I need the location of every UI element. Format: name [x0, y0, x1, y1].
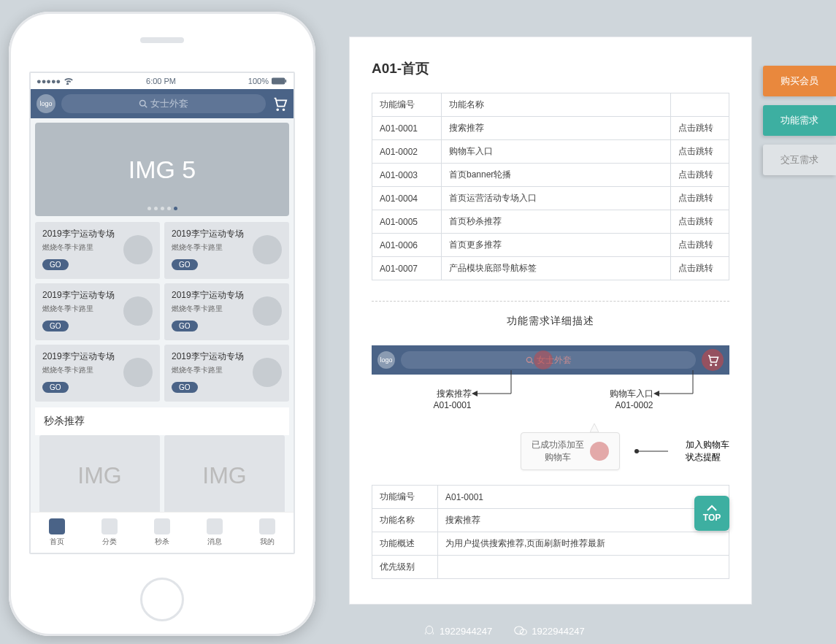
tab-icon [259, 518, 275, 534]
tab-flash[interactable]: 秒杀 [136, 513, 188, 553]
doc-title: A01-首页 [372, 59, 729, 78]
svg-point-4 [526, 357, 532, 362]
svg-line-3 [145, 105, 147, 107]
mini-logo: logo [377, 351, 395, 369]
go-button[interactable]: GO [42, 382, 69, 393]
signal-dots-icon: ●●●●● [37, 77, 61, 85]
go-button[interactable]: GO [172, 321, 198, 331]
wechat-contact[interactable]: 1922944247 [514, 626, 584, 637]
annotation-marker [590, 442, 609, 461]
side-tab-inter[interactable]: 交互需求 [763, 145, 836, 175]
search-icon [526, 356, 534, 364]
popup-tooltip: 已成功添加至 购物车 [521, 432, 620, 470]
phone-mockup: ●●●●● 6:00 PM 100% logo 女士外套 IMG 5 [9, 12, 315, 636]
callout-line [472, 370, 513, 399]
flash-grid: IMG IMG [35, 435, 289, 512]
callout-line [653, 370, 694, 399]
banner[interactable]: IMG 5 [35, 123, 289, 216]
scroll-top-button[interactable]: TOP [694, 496, 729, 531]
flash-card[interactable]: IMG [164, 435, 285, 512]
search-input[interactable]: 女士外套 [61, 94, 266, 113]
tab-home[interactable]: 首页 [31, 513, 83, 553]
svg-rect-0 [272, 77, 285, 84]
spec-table: 功能编号 功能名称 A01-0001搜索推荐点击跳转A01-0002购物车入口点… [372, 93, 729, 280]
doc-panel: A01-首页 功能编号 功能名称 A01-0001搜索推荐点击跳转A01-000… [349, 37, 752, 605]
table-row: 功能编号A01-0001 [372, 486, 729, 509]
battery-icon [272, 77, 288, 85]
search-icon [139, 99, 147, 108]
wechat-icon [514, 626, 527, 636]
promo-card[interactable]: 2019李宁运动专场燃烧冬季卡路里GO [164, 222, 289, 279]
logo-badge[interactable]: logo [37, 94, 55, 113]
banner-label: IMG 5 [129, 156, 196, 184]
qq-contact[interactable]: 1922944247 [423, 625, 492, 637]
search-placeholder: 女士外套 [150, 97, 188, 110]
home-button[interactable] [140, 578, 184, 621]
svg-point-8 [426, 626, 432, 634]
side-tabs: 购买会员 功能需求 交互需求 [763, 66, 836, 175]
tooltip-arrow-icon [590, 423, 599, 432]
status-time: 6:00 PM [146, 77, 176, 85]
table-row: A01-0003首页banner轮播点击跳转 [372, 164, 729, 187]
promo-card[interactable]: 2019李宁运动专场燃烧冬季卡路里GO [35, 222, 160, 279]
phone-screen: ●●●●● 6:00 PM 100% logo 女士外套 IMG 5 [29, 72, 295, 554]
banner-dots[interactable] [147, 207, 177, 210]
tab-icon [101, 518, 118, 534]
cart-icon[interactable] [272, 96, 288, 112]
table-row: 优先级别 [372, 556, 729, 579]
cart-icon [706, 353, 719, 367]
detail-title: 功能需求详细描述 [372, 315, 729, 328]
go-button[interactable]: GO [42, 321, 69, 331]
table-row: A01-0005首页秒杀推荐点击跳转 [372, 210, 729, 234]
svg-line-5 [531, 361, 533, 364]
divider [372, 301, 729, 302]
anno-popup-label: 加入购物车 状态提醒 [686, 439, 729, 464]
promo-card[interactable]: 2019李宁运动专场燃烧冬季卡路里GO [35, 345, 160, 402]
tab-message[interactable]: 消息 [188, 513, 241, 553]
footer-contact: 1922944247 1922944247 [423, 625, 585, 637]
action-link[interactable]: 点击跳转 [671, 210, 729, 234]
tab-icon [49, 518, 65, 534]
nav-bar: logo 女士外套 [31, 89, 294, 118]
svg-point-2 [140, 101, 146, 107]
side-tab-func[interactable]: 功能需求 [763, 105, 836, 136]
th-name: 功能名称 [442, 93, 671, 117]
anno-search: 搜索推荐 A01-0001 [433, 388, 486, 410]
go-button[interactable]: GO [42, 259, 69, 270]
tab-icon [207, 518, 223, 534]
tab-category[interactable]: 分类 [83, 513, 136, 553]
svg-point-9 [515, 626, 524, 635]
svg-point-7 [634, 449, 639, 453]
battery-text: 100% [248, 77, 269, 85]
go-button[interactable]: GO [172, 259, 198, 270]
qq-icon [423, 625, 435, 637]
action-link[interactable]: 点击跳转 [671, 234, 729, 257]
promo-image [253, 296, 282, 326]
side-tab-buy[interactable]: 购买会员 [763, 66, 836, 96]
promo-image [253, 235, 282, 264]
status-bar: ●●●●● 6:00 PM 100% [31, 73, 294, 89]
th-action [671, 93, 729, 117]
tab-bar: 首页 分类 秒杀 消息 我的 [31, 512, 294, 553]
phone-speaker [140, 37, 184, 43]
flash-card[interactable]: IMG [39, 435, 160, 512]
action-link[interactable]: 点击跳转 [671, 140, 729, 164]
table-row: A01-0007产品模块底部导航标签点击跳转 [372, 257, 729, 280]
action-link[interactable]: 点击跳转 [671, 257, 729, 280]
promo-card[interactable]: 2019李宁运动专场燃烧冬季卡路里GO [164, 345, 289, 402]
action-link[interactable]: 点击跳转 [671, 117, 729, 140]
action-link[interactable]: 点击跳转 [671, 187, 729, 210]
detail-table: 功能编号A01-0001功能名称搜索推荐功能概述为用户提供搜索推荐,页面刷新时推… [372, 485, 729, 579]
table-row: A01-0001搜索推荐点击跳转 [372, 117, 729, 140]
go-button[interactable]: GO [172, 382, 198, 393]
promo-card[interactable]: 2019李宁运动专场燃烧冬季卡路里GO [164, 283, 289, 340]
promo-grid: 2019李宁运动专场燃烧冬季卡路里GO 2019李宁运动专场燃烧冬季卡路里GO … [35, 222, 289, 402]
tab-mine[interactable]: 我的 [241, 513, 294, 553]
chevron-up-icon [706, 505, 718, 512]
mini-cart-highlight [702, 349, 724, 371]
th-id: 功能编号 [372, 93, 442, 117]
action-link[interactable]: 点击跳转 [671, 164, 729, 187]
promo-image [253, 358, 282, 387]
table-row: A01-0006首页更多推荐点击跳转 [372, 234, 729, 257]
promo-card[interactable]: 2019李宁运动专场燃烧冬季卡路里GO [35, 283, 160, 340]
